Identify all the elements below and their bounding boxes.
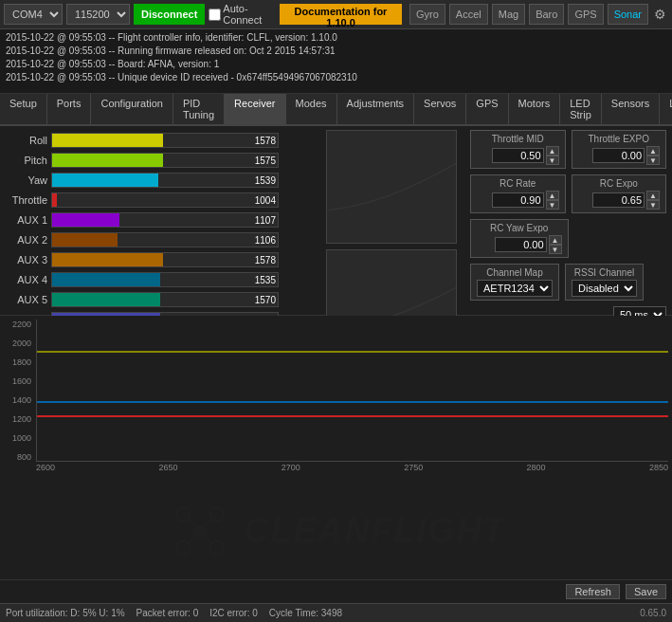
channel-row-throttle: Throttle 1004: [6, 192, 317, 209]
channel-bar-aux3: [52, 253, 163, 266]
baro-btn[interactable]: Baro: [529, 4, 564, 25]
channel-label-throttle: Throttle: [6, 194, 51, 206]
tab-pid-tuning[interactable]: PID Tuning: [173, 94, 225, 124]
channel-bar-container-aux1: 1107: [51, 212, 279, 228]
rc-rate-spinners: ▲ ▼: [546, 191, 559, 210]
channel-bar-container-aux2: 1106: [51, 232, 279, 247]
rc-expo-input[interactable]: [592, 192, 645, 208]
doc-button[interactable]: Documentation for 1.10.0: [280, 4, 402, 25]
nav-tabs: Setup Ports Configuration PID Tuning Rec…: [0, 94, 672, 126]
baud-select[interactable]: 115200: [66, 4, 130, 25]
channel-label-aux3: AUX 3: [6, 254, 51, 265]
rc-yaw-expo-down[interactable]: ▼: [549, 245, 562, 254]
version-text: 0.65.0: [640, 608, 666, 618]
status-bar: Port utilization: D: 5% U: 1% Packet err…: [0, 603, 672, 622]
rc-yaw-expo-box: RC Yaw Expo ▲ ▼: [470, 219, 569, 258]
gear-button[interactable]: ⚙: [652, 7, 668, 22]
tab-configuration[interactable]: Configuration: [91, 94, 173, 124]
channel-label-pitch: Pitch: [6, 155, 51, 166]
channel-bar-container-pitch: 1575: [51, 153, 279, 168]
rate-expo-row: RC Rate ▲ ▼ RC Expo: [470, 174, 666, 213]
cycle-time: Cycle Time: 3498: [269, 608, 342, 618]
sonar-btn[interactable]: Sonar: [608, 4, 648, 25]
rc-expo-spinners: ▲ ▼: [646, 191, 660, 210]
rc-expo-up[interactable]: ▲: [646, 191, 660, 200]
save-button[interactable]: Save: [626, 584, 666, 599]
watermark-area: CLEANFLIGHT: [0, 482, 672, 579]
channel-row-aux2: AUX 2 1106: [6, 231, 317, 248]
throttle-mid-spinners: ▲ ▼: [546, 146, 559, 165]
watermark-logo-icon: [167, 498, 233, 564]
tab-servos[interactable]: Servos: [414, 94, 466, 124]
x-label-2800: 2800: [527, 463, 546, 472]
channel-bar-container-aux5: 1570: [51, 292, 279, 307]
tab-logging[interactable]: Logging: [660, 94, 672, 124]
channel-bar-yaw: [52, 174, 158, 187]
channel-bar-container-throttle: 1004: [51, 192, 279, 208]
channel-value-yaw: 1539: [255, 174, 276, 189]
tab-gps[interactable]: GPS: [466, 94, 508, 124]
throttle-expo-up[interactable]: ▲: [646, 146, 660, 156]
channel-map-box: Channel Map AETR1234: [470, 264, 559, 301]
tab-modes[interactable]: Modes: [286, 94, 337, 124]
log-line-2: 2015-10-22 @ 09:55:03 -- Running firmwar…: [6, 45, 666, 58]
channel-row-aux3: AUX 3 1578: [6, 251, 317, 268]
rssi-box: RSSI Channel Disabled: [565, 264, 644, 301]
chart-line-olive: [37, 351, 668, 353]
rc-rate-up[interactable]: ▲: [546, 191, 559, 200]
throttle-mid-down[interactable]: ▼: [546, 156, 559, 165]
gyro-btn[interactable]: Gyro: [409, 4, 445, 25]
tab-ports[interactable]: Ports: [47, 94, 92, 124]
channel-map-label: Channel Map: [477, 267, 553, 278]
accel-btn[interactable]: Accel: [449, 4, 488, 25]
content-area: Roll 1578 Pitch 1575 Yaw: [0, 126, 672, 603]
rssi-select[interactable]: Disabled: [572, 280, 637, 297]
rc-yaw-expo-up[interactable]: ▲: [549, 235, 562, 245]
x-label-2700: 2700: [282, 463, 300, 472]
throttle-mid-box: Throttle MID ▲ ▼: [470, 130, 566, 169]
rc-rate-input[interactable]: [492, 192, 544, 208]
throttle-mid-up[interactable]: ▲: [546, 146, 559, 156]
y-label-2000: 2000: [0, 338, 34, 348]
throttle-expo-box: Throttle EXPO ▲ ▼: [572, 130, 667, 169]
channel-value-throttle: 1004: [255, 193, 276, 209]
tab-led-strip[interactable]: LED Strip: [560, 94, 602, 124]
channel-bar-aux1: [52, 213, 119, 227]
chart-line-red: [37, 415, 668, 417]
tab-motors[interactable]: Motors: [509, 94, 561, 124]
y-label-1400: 1400: [0, 395, 34, 405]
receiver-panel: Roll 1578 Pitch 1575 Yaw: [0, 126, 322, 315]
channel-map-select[interactable]: AETR1234: [477, 280, 553, 297]
curve-box-top: [326, 130, 457, 244]
rc-rate-down[interactable]: ▼: [546, 200, 559, 210]
auto-connect-checkbox[interactable]: [209, 9, 221, 21]
y-label-1600: 1600: [0, 376, 34, 386]
y-label-2200: 2200: [0, 320, 34, 329]
action-row: Refresh Save: [0, 579, 672, 603]
curve-panel: [322, 126, 464, 315]
channel-bar-aux4: [52, 273, 160, 286]
tab-sensors[interactable]: Sensors: [602, 94, 660, 124]
x-label-2850: 2850: [649, 463, 668, 472]
channel-value-pitch: 1575: [255, 154, 276, 169]
curve-svg-top: [327, 131, 456, 243]
throttle-mid-input[interactable]: [492, 148, 544, 163]
log-line-4: 2015-10-22 @ 09:55:03 -- Unique device I…: [6, 71, 666, 84]
rc-yaw-expo-input[interactable]: [495, 237, 547, 252]
mag-btn[interactable]: Mag: [492, 4, 525, 25]
port-utilization: Port utilization: D: 5% U: 1%: [6, 608, 125, 618]
channel-row-aux4: AUX 4 1535: [6, 271, 317, 288]
throttle-expo-down[interactable]: ▼: [646, 156, 660, 165]
refresh-button[interactable]: Refresh: [566, 584, 620, 599]
tab-setup[interactable]: Setup: [0, 94, 47, 124]
channel-bar-container-yaw: 1539: [51, 173, 279, 188]
channel-value-aux2: 1106: [255, 233, 276, 248]
throttle-expo-input[interactable]: [592, 148, 645, 163]
disconnect-button[interactable]: Disconnect: [134, 4, 205, 25]
throttle-expo-label: Throttle EXPO: [578, 134, 661, 144]
rc-expo-down[interactable]: ▼: [646, 200, 660, 210]
gps-btn[interactable]: GPS: [568, 4, 603, 25]
port-select[interactable]: COM4: [4, 4, 63, 25]
tab-receiver[interactable]: Receiver: [225, 94, 285, 124]
tab-adjustments[interactable]: Adjustments: [337, 94, 415, 124]
